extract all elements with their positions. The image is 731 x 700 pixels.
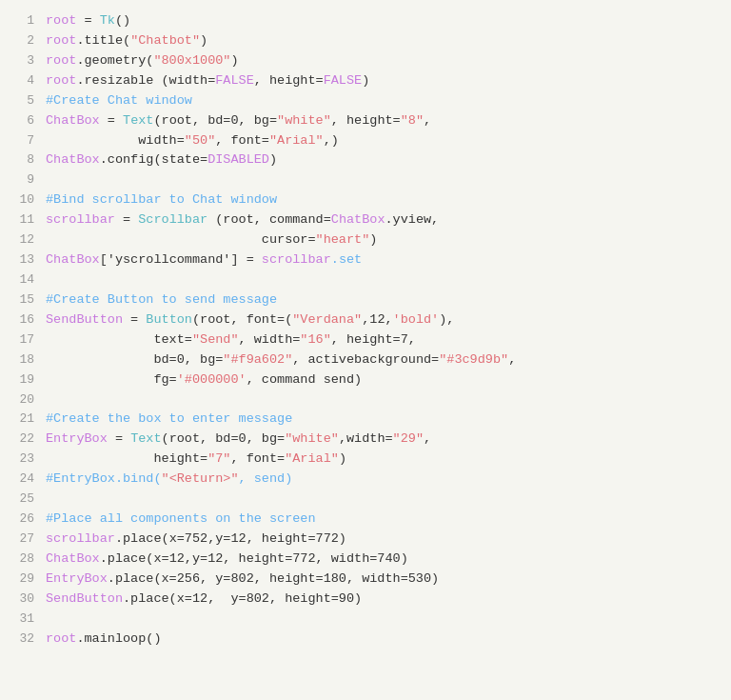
code-line: 32root.mainloop()	[0, 630, 731, 650]
code-content: scrollbar = Scrollbar (root, command=Cha…	[46, 210, 723, 230]
line-number: 26	[8, 510, 34, 529]
line-number: 14	[8, 270, 34, 290]
line-number: 2	[8, 31, 34, 50]
code-content: width="50", font="Arial",)	[46, 131, 723, 151]
code-line: 11scrollbar = Scrollbar (root, command=C…	[0, 210, 731, 230]
line-number: 25	[8, 490, 34, 509]
line-number: 8	[8, 150, 34, 170]
code-content: #Bind scrollbar to Chat window	[46, 190, 723, 210]
line-number: 16	[8, 310, 34, 330]
code-content: fg='#000000', command send)	[46, 370, 723, 390]
code-line: 30SendButton.place(x=12, y=802, height=9…	[0, 590, 731, 610]
line-number: 18	[8, 350, 34, 370]
code-line: 3root.geometry("800x1000")	[0, 51, 731, 71]
line-number: 4	[8, 71, 34, 90]
code-content: root.geometry("800x1000")	[46, 51, 723, 71]
code-content: ChatBox.place(x=12,y=12, height=772, wid…	[46, 550, 723, 570]
line-number: 22	[8, 430, 34, 449]
code-line: 15#Create Button to send message	[0, 290, 731, 310]
code-line: 18 bd=0, bg="#f9a602", activebackground=…	[0, 350, 731, 370]
code-line: 26#Place all components on the screen	[0, 510, 731, 530]
code-line: 21#Create the box to enter message	[0, 410, 731, 430]
code-line: 27scrollbar.place(x=752,y=12, height=772…	[0, 530, 731, 550]
code-content: cursor="heart")	[46, 230, 723, 250]
line-number: 27	[8, 530, 34, 549]
code-line: 6ChatBox = Text(root, bd=0, bg="white", …	[0, 111, 731, 131]
code-content: text="Send", width="16", height=7,	[46, 330, 723, 350]
code-line: 23 height="7", font="Arial")	[0, 450, 731, 470]
code-content: bd=0, bg="#f9a602", activebackground="#3…	[46, 350, 723, 370]
line-number: 15	[8, 290, 34, 310]
line-number: 20	[8, 390, 34, 410]
line-number: 32	[8, 630, 34, 649]
code-content: SendButton.place(x=12, y=802, height=90)	[46, 590, 723, 610]
line-number: 29	[8, 570, 34, 589]
code-line: 7 width="50", font="Arial",)	[0, 131, 731, 151]
code-line: 5#Create Chat window	[0, 91, 731, 111]
code-line: 17 text="Send", width="16", height=7,	[0, 330, 731, 350]
code-content: root.mainloop()	[46, 630, 723, 650]
line-number: 13	[8, 250, 34, 270]
line-number: 24	[8, 470, 34, 489]
code-line: 28ChatBox.place(x=12,y=12, height=772, w…	[0, 550, 731, 570]
code-content: height="7", font="Arial")	[46, 450, 723, 470]
code-content: #EntryBox.bind("<Return>", send)	[46, 470, 723, 490]
code-line: 25	[0, 490, 731, 510]
line-number: 10	[8, 190, 34, 210]
line-number: 6	[8, 111, 34, 130]
line-number: 19	[8, 370, 34, 390]
code-content: #Create Chat window	[46, 91, 723, 111]
code-line: 10#Bind scrollbar to Chat window	[0, 190, 731, 210]
code-content: EntryBox = Text(root, bd=0, bg="white",w…	[46, 430, 723, 450]
code-content: #Create the box to enter message	[46, 410, 723, 430]
code-line: 1root = Tk()	[0, 11, 731, 31]
code-line: 13ChatBox['yscrollcommand'] = scrollbar.…	[0, 250, 731, 270]
line-number: 23	[8, 450, 34, 469]
line-number: 1	[8, 11, 34, 30]
line-number: 21	[8, 410, 34, 429]
code-line: 8ChatBox.config(state=DISABLED)	[0, 150, 731, 170]
code-content: ChatBox.config(state=DISABLED)	[46, 150, 723, 170]
line-number: 30	[8, 590, 34, 609]
code-line: 4root.resizable (width=FALSE, height=FAL…	[0, 71, 731, 91]
line-number: 12	[8, 230, 34, 250]
line-number: 3	[8, 51, 34, 70]
code-line: 22EntryBox = Text(root, bd=0, bg="white"…	[0, 430, 731, 450]
code-line: 24#EntryBox.bind("<Return>", send)	[0, 470, 731, 490]
code-line: 12 cursor="heart")	[0, 230, 731, 250]
line-number: 9	[8, 170, 34, 190]
code-line: 20	[0, 390, 731, 410]
code-content: root.title("Chatbot")	[46, 31, 723, 51]
code-content: ChatBox['yscrollcommand'] = scrollbar.se…	[46, 250, 723, 270]
line-number: 11	[8, 210, 34, 230]
code-editor: 1root = Tk()2root.title("Chatbot")3root.…	[0, 0, 731, 700]
line-number: 7	[8, 131, 34, 150]
code-line: 19 fg='#000000', command send)	[0, 370, 731, 390]
code-line: 29EntryBox.place(x=256, y=802, height=18…	[0, 570, 731, 590]
code-content: #Create Button to send message	[46, 290, 723, 310]
code-line: 31	[0, 610, 731, 630]
code-content: EntryBox.place(x=256, y=802, height=180,…	[46, 570, 723, 590]
line-number: 17	[8, 330, 34, 350]
code-content: ChatBox = Text(root, bd=0, bg="white", h…	[46, 111, 723, 131]
line-number: 28	[8, 550, 34, 569]
line-number: 5	[8, 91, 34, 110]
code-line: 9	[0, 170, 731, 190]
code-content: scrollbar.place(x=752,y=12, height=772)	[46, 530, 723, 550]
code-line: 16SendButton = Button(root, font=("Verda…	[0, 310, 731, 330]
code-content: SendButton = Button(root, font=("Verdana…	[46, 310, 723, 330]
code-line: 2root.title("Chatbot")	[0, 31, 731, 51]
code-content: root.resizable (width=FALSE, height=FALS…	[46, 71, 723, 91]
line-number: 31	[8, 610, 34, 629]
code-line: 14	[0, 270, 731, 290]
code-content: root = Tk()	[46, 11, 723, 31]
code-content: #Place all components on the screen	[46, 510, 723, 530]
